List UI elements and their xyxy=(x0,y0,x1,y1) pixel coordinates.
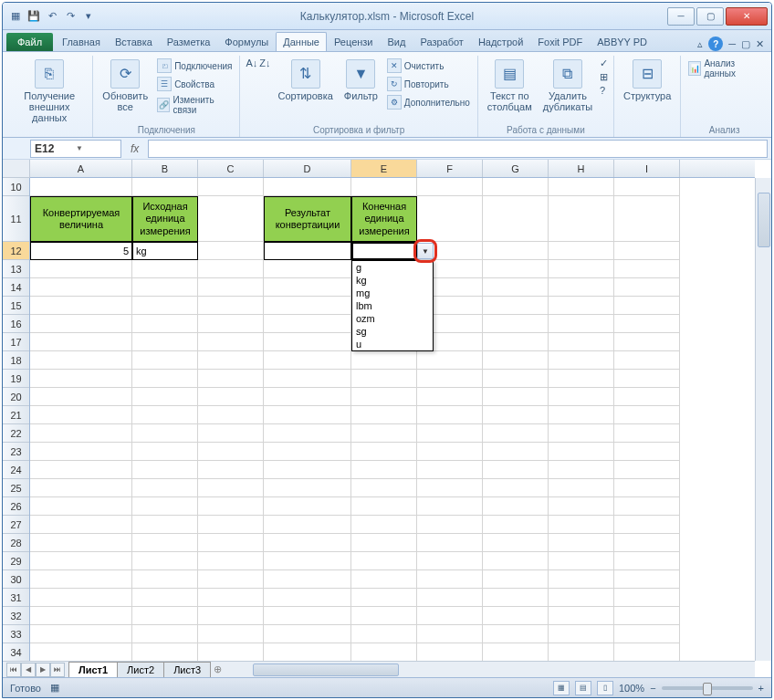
cell[interactable] xyxy=(483,534,549,552)
row-header[interactable]: 13 xyxy=(3,260,29,278)
cell[interactable] xyxy=(614,424,680,443)
cell[interactable] xyxy=(614,534,680,552)
column-header[interactable]: F xyxy=(417,160,483,177)
row-header[interactable]: 11 xyxy=(3,196,29,242)
cell[interactable] xyxy=(132,497,198,516)
cell[interactable] xyxy=(198,278,264,297)
cell[interactable] xyxy=(198,443,264,461)
qat-more-icon[interactable]: ▾ xyxy=(81,9,96,24)
text-to-columns-button[interactable]: ▤ Текст по столбцам xyxy=(484,57,536,114)
active-cell[interactable] xyxy=(351,242,417,260)
cell[interactable] xyxy=(417,196,483,242)
cell[interactable] xyxy=(264,570,351,589)
column-header[interactable]: A xyxy=(30,160,132,177)
cell[interactable] xyxy=(483,178,549,196)
cell[interactable] xyxy=(198,333,264,351)
cell[interactable] xyxy=(549,278,614,297)
properties-button[interactable]: ☰Свойства xyxy=(155,76,234,92)
page-break-view-icon[interactable]: ▯ xyxy=(597,681,613,695)
cell[interactable] xyxy=(264,461,351,479)
cell[interactable] xyxy=(351,461,417,479)
cell[interactable] xyxy=(198,497,264,516)
advanced-button[interactable]: ⚙Дополнительно xyxy=(385,94,472,110)
cell[interactable] xyxy=(132,370,198,388)
cell[interactable] xyxy=(483,424,549,443)
cell[interactable] xyxy=(614,388,680,406)
doc-restore-icon[interactable]: ▢ xyxy=(741,38,750,50)
outline-button[interactable]: ⊟ Структура xyxy=(620,57,675,103)
cell[interactable] xyxy=(351,424,417,443)
ribbon-minimize-icon[interactable]: ▵ xyxy=(697,38,703,50)
cell[interactable] xyxy=(417,516,483,534)
cell[interactable] xyxy=(30,443,132,461)
cell[interactable] xyxy=(614,260,680,278)
cell[interactable] xyxy=(417,570,483,589)
cell[interactable] xyxy=(30,516,132,534)
cell[interactable] xyxy=(483,333,549,351)
cell[interactable] xyxy=(351,570,417,589)
cell[interactable] xyxy=(264,297,351,315)
cell[interactable] xyxy=(417,370,483,388)
cell[interactable] xyxy=(614,196,680,242)
data-cell[interactable]: 5 xyxy=(30,242,132,260)
cell[interactable] xyxy=(264,388,351,406)
column-header[interactable]: H xyxy=(549,160,614,177)
cell[interactable] xyxy=(264,333,351,351)
cell[interactable] xyxy=(549,461,614,479)
cell[interactable] xyxy=(198,607,264,625)
cell[interactable] xyxy=(417,406,483,424)
cell[interactable] xyxy=(132,534,198,552)
cell[interactable] xyxy=(351,516,417,534)
cell[interactable] xyxy=(417,497,483,516)
remove-duplicates-button[interactable]: ⧉ Удалить дубликаты xyxy=(539,57,596,114)
row-header[interactable]: 17 xyxy=(3,333,29,351)
cell[interactable] xyxy=(198,570,264,589)
cell[interactable] xyxy=(30,497,132,516)
cell[interactable] xyxy=(614,315,680,333)
dropdown-option[interactable]: mg xyxy=(352,287,433,299)
row-header[interactable]: 12 xyxy=(3,242,29,260)
cell[interactable] xyxy=(264,278,351,297)
cell[interactable] xyxy=(549,625,614,643)
cell[interactable] xyxy=(614,242,680,260)
cell[interactable] xyxy=(132,297,198,315)
cell[interactable] xyxy=(483,589,549,607)
new-sheet-icon[interactable]: ⊕ xyxy=(214,663,222,675)
cell[interactable] xyxy=(132,333,198,351)
cell[interactable] xyxy=(132,643,198,661)
cell[interactable] xyxy=(483,351,549,370)
cell[interactable] xyxy=(30,534,132,552)
row-header[interactable]: 29 xyxy=(3,552,29,570)
cell[interactable] xyxy=(30,589,132,607)
cell[interactable] xyxy=(483,388,549,406)
cell[interactable] xyxy=(351,351,417,370)
save-icon[interactable]: 💾 xyxy=(26,9,41,24)
ribbon-tab[interactable]: Разметка xyxy=(160,32,218,51)
ribbon-tab[interactable]: Надстрой xyxy=(471,32,530,51)
consolidate-icon[interactable]: ⊞ xyxy=(600,71,608,83)
cell[interactable] xyxy=(198,260,264,278)
ribbon-tab[interactable]: Данные xyxy=(276,32,327,51)
cell[interactable] xyxy=(614,370,680,388)
row-header[interactable]: 28 xyxy=(3,534,29,552)
cell[interactable] xyxy=(132,351,198,370)
column-header[interactable]: D xyxy=(264,160,351,177)
cell[interactable] xyxy=(483,497,549,516)
cell[interactable] xyxy=(483,297,549,315)
cell[interactable] xyxy=(483,570,549,589)
cell[interactable] xyxy=(198,552,264,570)
cell[interactable] xyxy=(549,552,614,570)
cell[interactable] xyxy=(30,607,132,625)
cell[interactable] xyxy=(417,461,483,479)
cell[interactable] xyxy=(483,370,549,388)
row-header[interactable]: 32 xyxy=(3,607,29,625)
cell[interactable] xyxy=(351,607,417,625)
cell[interactable] xyxy=(549,570,614,589)
cell[interactable] xyxy=(30,278,132,297)
cell[interactable] xyxy=(132,552,198,570)
ribbon-tab[interactable]: Foxit PDF xyxy=(530,32,590,51)
sheet-nav-next-icon[interactable]: ▶ xyxy=(36,663,50,677)
cell[interactable] xyxy=(351,388,417,406)
cell[interactable] xyxy=(614,516,680,534)
cell[interactable] xyxy=(198,297,264,315)
